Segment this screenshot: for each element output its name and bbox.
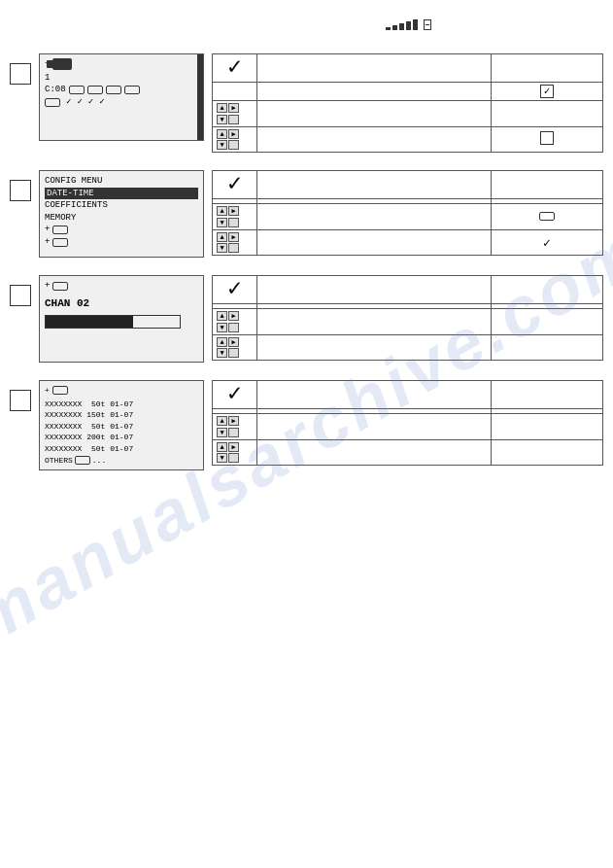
action-down-arrow-3: ▲ ▶ ▼ <box>213 335 257 361</box>
step-4-text: + XXXXXXXX 50t 01-07 XXXXXXXX 150t 01-07… <box>45 385 198 466</box>
step-3-number <box>10 285 31 306</box>
data-row-1: XXXXXXXX 50t 01-07 <box>45 399 198 410</box>
desc-2c <box>257 204 492 230</box>
check-mark-3: ✓ <box>227 276 241 302</box>
desc-3c <box>257 309 492 335</box>
action-down-arrow-1: ▲ ▶ ▼ <box>213 127 257 153</box>
action-arrow-3: ▲ ▶ ▼ <box>213 309 257 335</box>
step-3-text: + CHAN 02 <box>45 280 198 329</box>
result-4c <box>492 414 603 440</box>
step-3-screen: + CHAN 02 <box>39 275 204 363</box>
nav-arrows-1: ▲ ▶ ▼ <box>217 103 253 124</box>
desc-1c <box>257 101 492 127</box>
step-4-screen: + XXXXXXXX 50t 01-07 XXXXXXXX 150t 01-07… <box>39 380 204 470</box>
data-row-others: OTHERS ... <box>45 455 198 467</box>
down-nav-arrows-4: ▲ ▶ ▼ <box>217 442 253 463</box>
result-1a <box>492 54 603 83</box>
result-3a <box>492 276 603 304</box>
desc-1d <box>257 127 492 153</box>
action-check-4: ✓ <box>213 381 257 409</box>
progress-bar-fill <box>46 316 133 328</box>
desc-4d <box>257 440 492 466</box>
action-arrow-1: ▲ ▶ ▼ <box>213 101 257 127</box>
result-3d <box>492 335 603 361</box>
page-content: + 1 C:08 ✓ ✓ ✓ ✓ <box>0 0 613 490</box>
result-2a <box>492 171 603 199</box>
step-1-block: + 1 C:08 ✓ ✓ ✓ ✓ <box>10 53 603 153</box>
desc-3a <box>257 276 492 304</box>
step-4-number <box>10 390 31 411</box>
step-2-screen: CONFIG MENU DATE-TIME COEFFICIENTS MEMOR… <box>39 170 204 258</box>
action-down-arrow-2: ▲ ▶ ▼ <box>213 230 257 256</box>
check-mark-2: ✓ <box>227 171 241 197</box>
nav-arrows-3: ▲ ▶ ▼ <box>217 311 253 332</box>
data-row-3: XXXXXXXX 50t 01-07 <box>45 421 198 433</box>
small-check-2: ✓ <box>543 236 551 251</box>
result-4a <box>492 381 603 409</box>
step-4-block: + XXXXXXXX 50t 01-07 XXXXXXXX 150t 01-07… <box>10 380 603 470</box>
down-nav-arrows-1: ▲ ▶ ▼ <box>217 129 253 150</box>
desc-2a <box>257 171 492 199</box>
check-mark-4: ✓ <box>227 381 241 407</box>
result-1c <box>492 101 603 127</box>
result-1d <box>492 127 603 153</box>
result-1b: ✓ <box>492 83 603 101</box>
desc-4c <box>257 414 492 440</box>
data-row-4: XXXXXXXX 200t 01-07 <box>45 432 198 443</box>
nav-arrows-2: ▲ ▶ ▼ <box>217 206 253 227</box>
action-empty-1 <box>213 83 257 101</box>
highlighted-menu-item: DATE-TIME <box>45 188 198 200</box>
check-mark-1: ✓ <box>227 54 241 81</box>
checkbox-checked-1: ✓ <box>540 85 554 98</box>
progress-bar-container <box>45 315 181 329</box>
action-arrow-2: ▲ ▶ ▼ <box>213 204 257 230</box>
desc-1b <box>257 83 492 101</box>
step-1-number <box>10 63 31 85</box>
action-check-2: ✓ <box>213 171 257 199</box>
chan-label: CHAN 02 <box>45 296 198 311</box>
step-2-table: ✓ ▲ ▶ ▼ <box>212 170 603 256</box>
checkbox-empty-1 <box>540 131 554 145</box>
action-check-3: ✓ <box>213 276 257 304</box>
step-2-text: CONFIG MENU DATE-TIME COEFFICIENTS MEMOR… <box>45 175 198 249</box>
step-1-table: ✓ ✓ ▲ ▶ <box>212 53 603 153</box>
action-down-arrow-4: ▲ ▶ ▼ <box>213 440 257 466</box>
data-row-5: XXXXXXXX 50t 01-07 <box>45 443 198 455</box>
step-1-screen: + 1 C:08 ✓ ✓ ✓ ✓ <box>39 53 204 141</box>
plug-icon-1 <box>52 58 72 70</box>
step-3-table: ✓ ▲ ▶ ▼ <box>212 275 603 361</box>
desc-4a <box>257 381 492 409</box>
result-2c <box>492 204 603 230</box>
down-nav-arrows-2: ▲ ▶ ▼ <box>217 232 253 253</box>
step-4-table: ✓ ▲ ▶ ▼ <box>212 380 603 466</box>
step-2-block: CONFIG MENU DATE-TIME COEFFICIENTS MEMOR… <box>10 170 603 258</box>
result-2d: ✓ <box>492 230 603 256</box>
desc-2d <box>257 230 492 256</box>
nav-arrows-4: ▲ ▶ ▼ <box>217 416 253 437</box>
down-nav-arrows-3: ▲ ▶ ▼ <box>217 337 253 358</box>
desc-3d <box>257 335 492 361</box>
desc-1a <box>257 54 492 83</box>
data-row-2: XXXXXXXX 150t 01-07 <box>45 409 198 421</box>
action-arrow-4: ▲ ▶ ▼ <box>213 414 257 440</box>
result-4d <box>492 440 603 466</box>
step-3-block: + CHAN 02 ✓ <box>10 275 603 363</box>
result-3c <box>492 309 603 335</box>
action-check-1: ✓ <box>213 54 257 83</box>
step-2-number <box>10 180 31 201</box>
result-plug-icon-2 <box>539 212 555 221</box>
